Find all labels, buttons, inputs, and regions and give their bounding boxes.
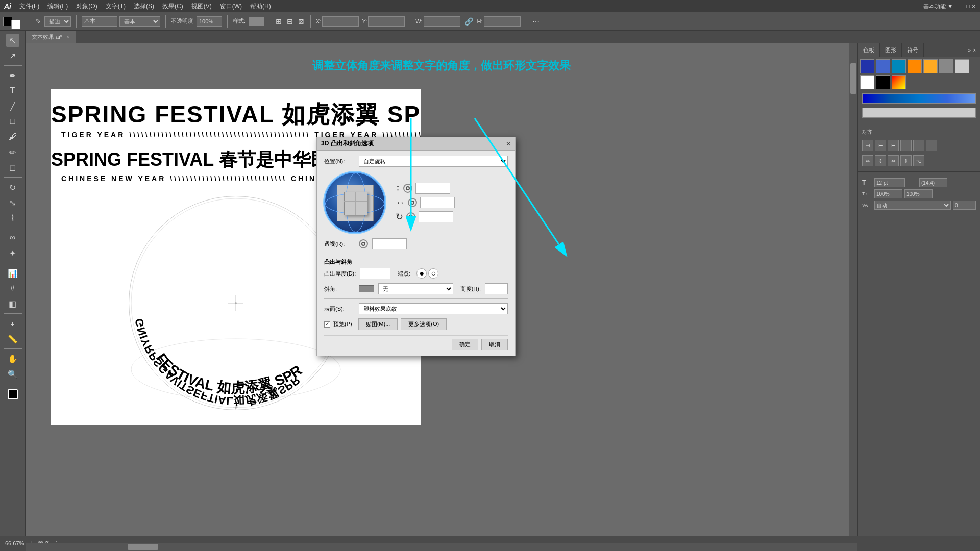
tab-symbols[interactable]: 符号 bbox=[902, 43, 924, 57]
swatch-gray[interactable] bbox=[939, 59, 953, 73]
style-dropdown[interactable]: 基本 bbox=[119, 16, 160, 27]
endcap-open-btn[interactable]: ○ bbox=[428, 268, 438, 279]
preview-checkbox[interactable]: ✓ bbox=[324, 321, 330, 328]
va-dropdown[interactable]: 自动 bbox=[874, 201, 951, 210]
dialog-close-icon[interactable]: ✕ bbox=[506, 140, 511, 147]
transform-icon[interactable]: ⊞ bbox=[275, 16, 283, 27]
tool-rotate[interactable]: ↻ bbox=[6, 181, 19, 194]
menu-text[interactable]: 文字(T) bbox=[106, 2, 126, 11]
menu-select[interactable]: 选择(S) bbox=[134, 2, 154, 11]
constrain-icon[interactable]: 🔗 bbox=[463, 16, 474, 27]
document-tab[interactable]: 文本效果.ai* × bbox=[26, 31, 76, 43]
tool-pencil[interactable]: ✏ bbox=[6, 145, 19, 159]
stroke-swatch[interactable] bbox=[11, 20, 20, 29]
tool-type[interactable]: T bbox=[6, 84, 19, 97]
none-swatch[interactable] bbox=[862, 108, 976, 118]
panel-expand-icon[interactable]: » bbox=[968, 47, 971, 53]
angle-circle-2[interactable] bbox=[408, 198, 417, 207]
menu-effect[interactable]: 效果(C) bbox=[162, 2, 183, 11]
distribute-h2-btn[interactable]: ⇔ bbox=[888, 155, 899, 166]
align-left-btn[interactable]: ⊣ bbox=[862, 140, 873, 151]
tool-gradient[interactable]: ◧ bbox=[6, 297, 19, 310]
align-center-h-btn[interactable]: ⊢ bbox=[875, 140, 886, 151]
tool-blend[interactable]: ∞ bbox=[6, 231, 19, 244]
menu-window[interactable]: 窗口(W) bbox=[220, 2, 242, 11]
align-right-btn[interactable]: ⊢ bbox=[888, 140, 899, 151]
position-dropdown[interactable]: 自定旋转 bbox=[359, 156, 508, 167]
endcap-filled-btn[interactable]: ● bbox=[416, 268, 427, 279]
v-scrollbar[interactable] bbox=[849, 43, 857, 536]
angle-y-input[interactable]: 0° bbox=[420, 197, 455, 208]
tool-eyedropper[interactable]: 🌡 bbox=[6, 317, 19, 330]
bevel-height-input[interactable]: 4 pt bbox=[485, 283, 508, 294]
preset-input[interactable] bbox=[82, 16, 117, 27]
tool-zoom[interactable]: 🔍 bbox=[6, 367, 19, 381]
angle-x-input[interactable]: 115° bbox=[415, 183, 450, 194]
tool-mesh[interactable]: # bbox=[6, 282, 19, 295]
angle-circle-3[interactable] bbox=[406, 212, 415, 221]
tool-line[interactable]: ╱ bbox=[6, 99, 19, 113]
x-input[interactable]: 26.6704 bbox=[322, 16, 359, 27]
gradient-bar[interactable] bbox=[862, 93, 976, 104]
perspective-circle[interactable] bbox=[359, 239, 368, 248]
tool-measure[interactable]: 📏 bbox=[6, 332, 19, 345]
align-option-btn[interactable]: ⌥ bbox=[913, 155, 924, 166]
menu-file[interactable]: 文件(F) bbox=[19, 2, 39, 11]
angle-z-input[interactable]: -178° bbox=[419, 211, 453, 222]
rotation-sphere[interactable] bbox=[324, 172, 385, 233]
tool-paintbrush[interactable]: 🖌 bbox=[6, 130, 19, 143]
tool-scale[interactable]: ⤡ bbox=[6, 196, 19, 209]
distribute-v-btn[interactable]: ⇕ bbox=[875, 155, 886, 166]
tool-fillcolor[interactable] bbox=[8, 389, 18, 399]
va-input[interactable] bbox=[953, 201, 976, 210]
y-input[interactable]: 29.9931 bbox=[368, 16, 405, 27]
tool-icon-1[interactable]: ✎ bbox=[34, 16, 42, 27]
cancel-button[interactable]: 取消 bbox=[481, 339, 508, 350]
w-input[interactable]: 23.3951 bbox=[424, 16, 460, 27]
align-top-btn[interactable]: ⊤ bbox=[900, 140, 912, 151]
menu-object[interactable]: 对象(O) bbox=[76, 2, 97, 11]
tool-eraser[interactable]: ◻ bbox=[6, 161, 19, 174]
h-scrollbar[interactable] bbox=[26, 543, 857, 551]
tab-graphic-styles[interactable]: 图形 bbox=[880, 43, 902, 57]
extrude-depth-input[interactable]: 50 pt bbox=[360, 268, 390, 279]
swatch-teal[interactable] bbox=[892, 59, 906, 73]
panel-close-icon[interactable]: × bbox=[973, 47, 976, 53]
tab-color-swatches[interactable]: 色板 bbox=[858, 43, 880, 57]
tool-graph[interactable]: 📊 bbox=[6, 266, 19, 280]
tool-direct-select[interactable]: ↗ bbox=[6, 49, 19, 62]
bevel-dropdown[interactable]: 无 bbox=[378, 283, 453, 294]
angle-circle-1[interactable] bbox=[403, 184, 412, 193]
swatch-warm[interactable] bbox=[892, 75, 906, 89]
menu-view[interactable]: 视图(V) bbox=[191, 2, 212, 11]
tool-warp[interactable]: ⌇ bbox=[6, 211, 19, 224]
leading-input[interactable] bbox=[919, 178, 947, 187]
tool-select[interactable]: ↖ bbox=[6, 34, 19, 47]
opacity-input[interactable] bbox=[197, 16, 222, 27]
more-options-button[interactable]: 更多选项(O) bbox=[401, 318, 447, 330]
tool-hand[interactable]: ✋ bbox=[6, 352, 19, 365]
align-center-v-btn[interactable]: ⊥ bbox=[913, 140, 924, 151]
swatch-lightgray[interactable] bbox=[955, 59, 969, 73]
tracking-input[interactable] bbox=[874, 189, 902, 198]
h-scroll-thumb[interactable] bbox=[128, 544, 158, 550]
swatch-blue[interactable] bbox=[860, 59, 874, 73]
v-scroll-thumb[interactable] bbox=[850, 63, 856, 94]
paste-map-button[interactable]: 贴图(M)... bbox=[358, 318, 398, 330]
menu-edit[interactable]: 编辑(E) bbox=[47, 2, 68, 11]
dialog-title-bar[interactable]: 3D 凸出和斜角选项 ✕ bbox=[317, 137, 515, 151]
swatch-orange[interactable] bbox=[908, 59, 922, 73]
tool-pen[interactable]: ✒ bbox=[6, 69, 19, 82]
swatch-blue2[interactable] bbox=[876, 59, 890, 73]
swatch-black[interactable] bbox=[876, 75, 890, 89]
style-swatch[interactable] bbox=[249, 17, 264, 26]
tab-close-icon[interactable]: × bbox=[66, 34, 69, 40]
distribute-h-btn[interactable]: ⇔ bbox=[862, 155, 873, 166]
surface-dropdown[interactable]: 塑料效果底纹 bbox=[359, 303, 508, 314]
more-icon[interactable]: ⋯ bbox=[531, 16, 541, 27]
align-bottom-btn[interactable]: ⊥ bbox=[926, 140, 937, 151]
swatch-white[interactable] bbox=[860, 75, 874, 89]
distribute-v2-btn[interactable]: ⇕ bbox=[900, 155, 912, 166]
font-size-input[interactable] bbox=[874, 178, 905, 187]
tool-rect[interactable]: □ bbox=[6, 115, 19, 128]
